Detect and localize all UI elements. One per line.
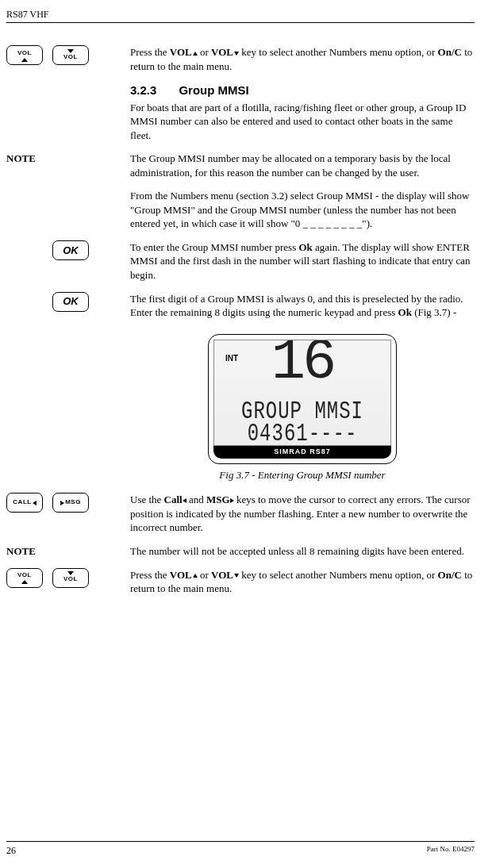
msg-button[interactable]: MSG [52, 493, 89, 513]
paragraph: Press the VOL or VOL key to select anoth… [130, 568, 475, 596]
ok-label: OK [63, 294, 79, 309]
call-button[interactable]: CALL [6, 493, 43, 513]
triangle-up-icon [21, 580, 28, 584]
ok-button[interactable]: OK [52, 292, 89, 312]
note-label: NOTE [6, 544, 130, 559]
call-label: CALL [13, 498, 31, 507]
paragraph: The first digit of a Group MMSI is alway… [130, 292, 475, 320]
vol-up-button[interactable]: VOL [6, 568, 43, 588]
page-number: 26 [6, 844, 16, 857]
part-number: Part No. E04297 [427, 844, 475, 857]
figure-caption: Fig 3.7 - Entering Group MMSI number [219, 468, 385, 482]
lcd-display: INT 16 GROUP MMSI 04361---- SIMRAD RS87 [208, 334, 397, 464]
vol-label: VOL [17, 571, 32, 580]
vol-label: VOL [17, 49, 32, 58]
triangle-right-icon [60, 501, 64, 505]
page-footer: 26 Part No. E04297 [6, 841, 475, 857]
paragraph: From the Numbers menu (section 3.2) sele… [130, 189, 475, 231]
vol-down-button[interactable]: VOL [52, 568, 89, 588]
triangle-up-icon [21, 58, 28, 62]
note-label: NOTE [6, 152, 130, 179]
paragraph: The number will not be accepted unless a… [130, 544, 475, 559]
lcd-brand: SIMRAD RS87 [213, 445, 391, 459]
vol-down-button[interactable]: VOL [52, 45, 89, 65]
ok-label: OK [63, 244, 79, 258]
paragraph: The Group MMSI number may be allocated o… [130, 152, 475, 179]
triangle-left-icon [33, 501, 37, 505]
msg-label: MSG [65, 498, 81, 507]
vol-up-button[interactable]: VOL [6, 45, 43, 65]
section-heading: 3.2.3Group MMSI [130, 83, 475, 98]
vol-label: VOL [63, 575, 78, 584]
paragraph: Use the Call and MSG keys to move the cu… [130, 493, 475, 535]
ok-button[interactable]: OK [52, 240, 89, 260]
lcd-line2: 04361---- [214, 417, 390, 446]
lcd-channel: 16 [214, 340, 390, 391]
page-header: RS87 VHF [6, 8, 475, 23]
paragraph: Press the VOL or VOL key to select anoth… [130, 45, 475, 73]
paragraph: To enter the Group MMSI number press Ok … [130, 240, 475, 282]
paragraph: For boats that are part of a flotilla, r… [130, 101, 475, 143]
vol-label: VOL [63, 53, 78, 62]
